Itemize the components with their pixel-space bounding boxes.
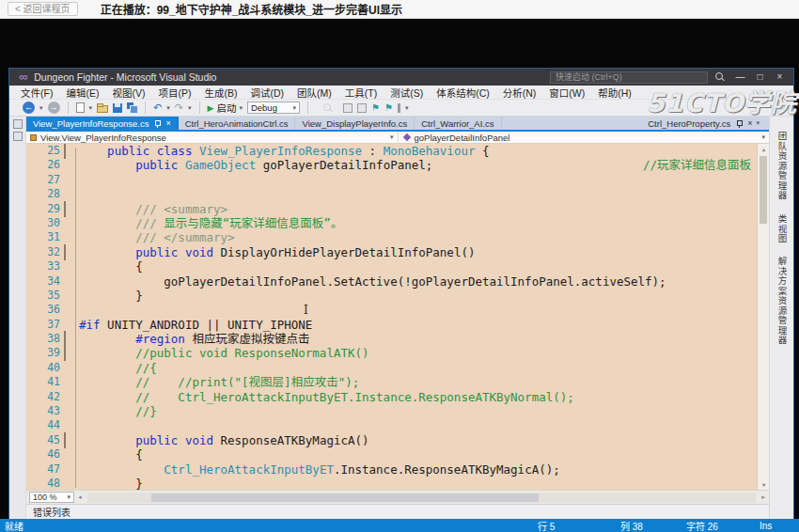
back-to-course-button[interactable]: < 返回课程页 — [8, 2, 78, 16]
dock-tab-团队资源管理器[interactable]: 团队资源管理器 — [776, 132, 789, 201]
code-line[interactable]: 27 — [26, 173, 757, 187]
menu-item[interactable]: 文件(F) — [21, 86, 53, 100]
start-debug-button[interactable]: ▶ 启动 ▾ — [208, 101, 243, 115]
navigate-back-icon[interactable]: ← — [23, 102, 35, 114]
fold-margin — [64, 404, 79, 418]
code-line[interactable]: 26 public GameObject goPlayerDetailInfoP… — [26, 158, 757, 172]
collapse-icon[interactable] — [64, 345, 66, 361]
code-line[interactable]: 47 Ctrl_HeroAttackInputByET.Instance.Res… — [26, 462, 757, 477]
menu-item[interactable]: 编辑(E) — [66, 86, 99, 100]
code-line[interactable]: 45 public void ResponseATKByMagicA() — [26, 433, 757, 447]
code-line[interactable]: 31 /// </summary> — [26, 230, 757, 244]
solution-explorer-icon[interactable] — [343, 103, 352, 113]
code-line[interactable]: 48 } — [26, 477, 757, 490]
save-icon[interactable] — [113, 103, 122, 113]
open-file-icon[interactable] — [97, 105, 108, 113]
scroll-left-icon[interactable]: ◂ — [74, 493, 86, 501]
navigate-back-dropdown-icon[interactable]: ▾ — [39, 104, 43, 112]
tab-view-displayplayerinfo-cs[interactable]: View_DisplayPlayerInfo.cs — [295, 117, 415, 130]
code-line[interactable]: 37#if UNITY_ANDROID || UNITY_IPHONE — [26, 318, 757, 332]
collapse-icon[interactable] — [64, 244, 66, 260]
code-line[interactable]: 25 public class View_PlayerInfoResponse … — [26, 144, 757, 158]
navigate-forward-icon[interactable]: → — [48, 102, 60, 114]
tab-ctrl-warrior-ai-cs[interactable]: Ctrl_Warrior_AI.cs — [415, 117, 501, 130]
close-tab-icon[interactable]: × — [165, 118, 170, 128]
menu-item[interactable]: 项目(P) — [158, 86, 191, 100]
class-dropdown[interactable]: View.View_PlayerInfoResponse ▾ — [26, 132, 398, 143]
next-bookmark-icon[interactable]: ⚑ — [384, 102, 393, 114]
solution-configuration-select[interactable]: Debug ▾ — [247, 102, 300, 114]
scroll-right-icon[interactable]: ▸ — [758, 493, 769, 501]
menu-item[interactable]: 生成(B) — [204, 86, 237, 100]
code-line[interactable]: 36I — [26, 303, 757, 317]
properties-window-icon[interactable] — [357, 103, 367, 113]
line-number: 31 — [26, 230, 64, 244]
member-dropdown[interactable]: goPlayerDetailInfoPanel ▾ — [398, 132, 770, 143]
menu-item[interactable]: 团队(M) — [297, 86, 332, 100]
status-insert-mode: Ins — [760, 521, 799, 531]
undo-icon[interactable]: ↶ — [153, 102, 162, 114]
code-line[interactable]: 28 — [26, 187, 757, 201]
menu-item[interactable]: 视图(V) — [112, 86, 145, 100]
bookmark-icon[interactable]: ⚑ — [371, 102, 380, 114]
collapse-icon[interactable] — [64, 201, 66, 217]
collapse-icon[interactable] — [64, 432, 66, 448]
scroll-up-icon[interactable]: ▲ — [758, 144, 769, 154]
code-line[interactable]: 34 goPlayerDetailInfoPanel.SetActive(!go… — [26, 274, 757, 289]
code-editor[interactable]: 25 public class View_PlayerInfoResponse … — [26, 144, 769, 490]
code-line[interactable]: 44 — [26, 418, 757, 432]
redo-icon[interactable]: ↷ — [175, 102, 183, 114]
scroll-down-icon[interactable]: ▼ — [758, 479, 769, 490]
tab-list-dropdown-icon[interactable]: ▾ — [756, 119, 760, 127]
menu-item[interactable]: 体系结构(C) — [436, 86, 490, 100]
code-line[interactable]: 42 // Ctrl_HeroAttackInputByET.Instance.… — [26, 390, 757, 404]
collapse-icon[interactable] — [64, 144, 66, 159]
quick-launch-input[interactable]: 快速启动 (Ctrl+Q) — [550, 71, 708, 84]
new-file-dropdown-icon[interactable]: ▾ — [89, 104, 93, 112]
code-line[interactable]: 29 /// <summary> — [26, 202, 757, 216]
menu-item[interactable]: 工具(T) — [345, 86, 377, 100]
code-line[interactable]: 32 public void DisplayOrHidePlayerDetail… — [26, 245, 757, 259]
horizontal-scrollbar[interactable] — [87, 493, 756, 503]
save-all-icon[interactable] — [127, 102, 137, 113]
code-line[interactable]: 41 // //print("[视图层]相应攻击"); — [26, 375, 757, 389]
pin-icon[interactable] — [736, 119, 743, 128]
dock-tab-解决方案资源管理器[interactable]: 解决方案资源管理器 — [776, 257, 789, 346]
code-line[interactable]: 35 } — [26, 289, 757, 303]
undo-dropdown-icon[interactable]: ▾ — [166, 104, 170, 112]
find-in-files-icon[interactable] — [321, 102, 333, 114]
code-line[interactable]: 43 //} — [26, 404, 757, 418]
code-line[interactable]: 30 /// 显示与隐藏“玩家详细信息面板”。 — [26, 216, 757, 230]
line-number: 41 — [26, 375, 64, 389]
tab-ctrl-heroproperty[interactable]: Ctrl_HeroProperty.cs × ▾ — [641, 118, 766, 129]
menu-item[interactable]: 调试(D) — [250, 86, 284, 100]
error-list-tab[interactable]: 错误列表 — [26, 505, 70, 519]
tab-view-playerinforesponse-cs[interactable]: View_PlayerInfoResponse.cs× — [26, 117, 179, 130]
dock-tab-类视图[interactable]: 类视图 — [776, 214, 789, 244]
indent-icon[interactable] — [398, 103, 400, 113]
pin-icon[interactable] — [154, 119, 161, 128]
tab-ctrl-heroanimationctrl-cs[interactable]: Ctrl_HeroAnimationCtrl.cs — [179, 117, 296, 130]
toolbar-options-icon[interactable]: ▾ — [405, 104, 409, 112]
menu-item[interactable]: 分析(N) — [503, 86, 537, 100]
error-list-panel: 错误列表 — [26, 504, 769, 519]
scrollbar-thumb[interactable] — [760, 156, 767, 224]
menu-item[interactable]: 帮助(H) — [598, 86, 632, 100]
toolbox-icon[interactable] — [13, 132, 23, 141]
vertical-scrollbar[interactable]: ▲ ▼ — [757, 144, 769, 490]
code-line[interactable]: 39 //public void ResponseNormalATK() — [26, 346, 757, 360]
menu-item[interactable]: 窗口(W) — [549, 86, 585, 100]
horizontal-scrollbar-thumb[interactable] — [151, 493, 539, 502]
code-line[interactable]: 46 { — [26, 447, 757, 462]
close-tab-icon[interactable]: × — [747, 118, 752, 128]
new-file-icon[interactable] — [76, 102, 85, 113]
server-explorer-icon[interactable] — [13, 119, 23, 129]
code-line[interactable]: 38 #region 相应玩家虚拟按键点击 — [26, 332, 757, 346]
code-line[interactable]: 40 //{ — [26, 361, 757, 375]
editor-zoom-select[interactable]: 100 % ▾ — [29, 492, 74, 503]
code-text: // //print("[视图层]相应攻击"); — [79, 375, 359, 389]
menu-item[interactable]: 测试(S) — [390, 86, 423, 100]
search-icon[interactable] — [713, 71, 725, 83]
redo-dropdown-icon[interactable]: ▾ — [188, 104, 192, 112]
code-line[interactable]: 33 { — [26, 259, 757, 274]
